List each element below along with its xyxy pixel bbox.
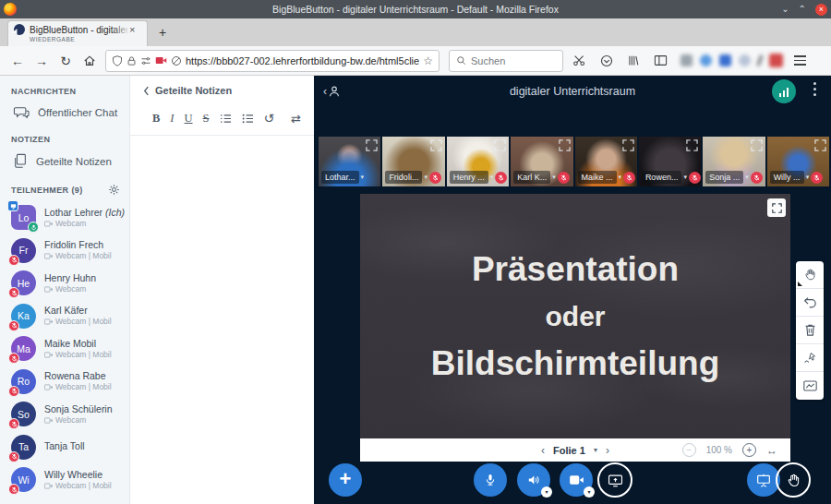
muted-badge-icon [8,451,19,462]
italic-button[interactable]: I [170,112,174,126]
home-button[interactable] [78,54,102,67]
multi-user-whiteboard-button[interactable] [796,344,824,372]
fullscreen-icon[interactable] [559,139,571,151]
webcam-dropdown-icon[interactable]: ▾ [619,174,622,181]
import-export-button[interactable]: ⇄ [291,112,301,126]
screenshare-button[interactable] [597,462,632,498]
participant-row[interactable]: Ka Karl Käfer Webcam | Mobil [11,304,129,329]
muted-badge-icon [8,418,19,429]
next-slide-button[interactable]: › [606,444,609,457]
lock-icon[interactable] [126,55,137,66]
fullscreen-icon[interactable] [686,139,698,151]
notes-editor[interactable] [130,136,314,468]
options-kebab-icon[interactable] [813,82,816,96]
audio-options-chevron[interactable]: ▾ [541,486,552,498]
webcam-dropdown-icon[interactable]: ▾ [424,174,428,181]
participant-row[interactable]: He Henry Huhn Webcam [11,270,129,295]
webcam-tile[interactable]: Maike ...▾ [575,137,637,186]
actions-plus-button[interactable]: + [329,463,362,497]
bookmark-star-icon[interactable]: ☆ [423,54,433,67]
permissions-icon[interactable] [140,55,151,66]
autoplay-blocked-icon[interactable] [171,55,182,66]
underline-button[interactable]: U [185,112,193,126]
slide-select[interactable]: Folie 1 [553,445,585,456]
pocket-icon[interactable] [600,54,613,67]
ordered-list-button[interactable] [220,114,232,124]
fullscreen-icon[interactable] [494,139,506,151]
tab-bigbluebutton[interactable]: BigBlueButton - digitaler U × WIEDERGABE [7,20,148,46]
sidebar-item-shared-notes[interactable]: Geteilte Notizen [13,153,129,169]
close-button[interactable]: × [815,4,827,16]
webcam-tile[interactable]: Sonja ...▾ [703,137,765,186]
url-bar[interactable]: https://bbb027-002.lehrerfortbildung-bw.… [105,50,440,72]
sidebar-toggle-icon[interactable] [654,54,668,66]
webcam-tile[interactable]: Willy ...▾ [767,137,829,186]
webcam-dropdown-icon[interactable]: ▾ [490,174,494,181]
fullscreen-icon[interactable] [430,139,442,151]
webcam-status-icon [44,318,53,325]
raise-hand-button[interactable] [776,462,811,498]
webcam-tile[interactable]: Henry ...▾ [447,137,509,186]
camera-active-icon[interactable] [155,55,167,66]
notes-panel-header[interactable]: Geteilte Notizen [130,76,314,96]
fullscreen-icon[interactable] [814,139,826,151]
forward-button[interactable]: → [30,54,54,68]
sidebar-item-public-chat[interactable]: Öffentlicher Chat [13,105,129,120]
audio-button[interactable]: ▾ [517,463,550,497]
bullet-list-button[interactable] [242,114,254,124]
webcam-dropdown-icon[interactable]: ▾ [806,174,810,181]
clear-annotations-button[interactable] [796,317,824,344]
webcam-tile[interactable]: Rowen...▾ [639,137,701,186]
tab-playback-status[interactable]: WIEDERGABE [30,36,141,42]
smoothing-button[interactable] [796,372,824,400]
tracking-shield-icon[interactable] [112,55,123,66]
participant-row[interactable]: Fr Fridolin Frech Webcam | Mobil [11,238,129,263]
screenshot-icon[interactable] [572,54,586,66]
presentation-slide[interactable]: Präsentation oder Bildschirmteilung [360,194,790,438]
back-button[interactable]: ← [6,54,30,68]
maximize-button[interactable]: ⌃ [799,5,806,14]
reload-button[interactable]: ↻ [54,54,78,68]
participant-row[interactable]: So Sonja Schülerin Webcam [11,402,129,426]
webcam-dropdown-icon[interactable]: ▾ [745,174,749,181]
presentation-fullscreen-button[interactable] [767,198,786,217]
participant-row[interactable]: Wi Willy Wheelie Webcam | Mobil [11,467,129,492]
whiteboard-tool-button[interactable] [796,261,824,289]
participant-row[interactable]: Ro Rowena Rabe Webcam | Mobil [11,369,129,394]
participant-row[interactable]: Ta Tanja Toll [11,435,129,460]
new-tab-button[interactable]: + [159,25,166,40]
extension-icons[interactable] [680,54,783,67]
zoom-out-button[interactable]: − [682,443,696,457]
slide-dropdown-icon[interactable]: ▾ [594,446,597,454]
fit-width-button[interactable]: ↔ [766,444,777,457]
webcam-dropdown-icon[interactable]: ▾ [552,174,556,181]
undo-annotation-button[interactable] [796,289,824,317]
webcam-tile[interactable]: Fridoli...▾ [382,137,444,186]
fullscreen-icon[interactable] [622,139,634,151]
zoom-in-button[interactable]: + [742,443,756,457]
url-text[interactable]: https://bbb027-002.lehrerfortbildung-bw.… [186,55,419,66]
webcam-tile[interactable]: Karl K...▾ [511,137,572,186]
previous-slide-button[interactable]: ‹ [541,444,545,457]
minimize-button[interactable]: ⌄ [781,5,789,14]
search-box[interactable]: Suchen [449,50,563,72]
bold-button[interactable]: B [152,112,160,126]
presentation-board-icon [756,474,771,487]
webcam-share-button[interactable]: ▾ [560,463,593,497]
fullscreen-icon[interactable] [366,139,378,151]
webcam-dropdown-icon[interactable]: ▾ [683,174,687,181]
webcam-tile[interactable]: Lothar...▾ [319,137,380,186]
participants-settings-icon[interactable] [108,184,120,196]
undo-button[interactable]: ↺ [264,111,275,126]
mute-button[interactable] [474,463,507,497]
fullscreen-icon[interactable] [751,139,763,151]
participant-row[interactable]: Lo Lothar Lehrer (Ich) Webcam [11,205,129,230]
connection-status-icon[interactable] [772,79,796,103]
library-icon[interactable] [627,54,640,66]
webcam-dropdown-icon[interactable]: ▾ [361,174,365,181]
menu-button[interactable] [794,55,806,65]
strikethrough-button[interactable]: S [203,112,210,126]
webcam-options-chevron[interactable]: ▾ [584,486,595,498]
muted-badge-icon [8,287,19,298]
participant-row[interactable]: Ma Maike Mobil Webcam | Mobil [11,336,129,361]
